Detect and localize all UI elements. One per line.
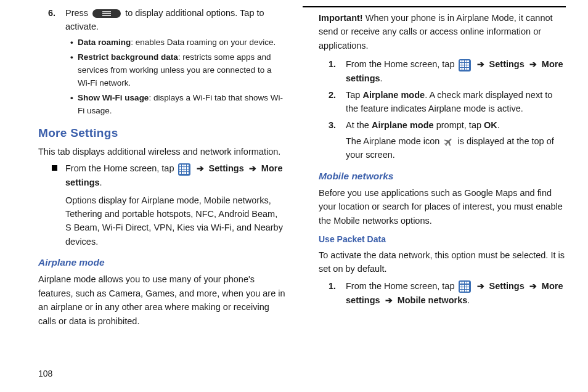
arrow-icon: ➔ <box>385 294 393 308</box>
page-number: 108 <box>22 367 285 381</box>
apps-icon <box>459 280 471 293</box>
text-pre: From the Home screen, tap <box>346 59 457 69</box>
step-number: 1. <box>329 57 336 71</box>
plane-icon-line: The Airplane mode icon is displayed at t… <box>303 134 566 162</box>
at-text: At the <box>346 120 372 130</box>
more-settings-step: From the Home screen, tap ➔ Settings ➔ M… <box>22 161 285 189</box>
step-number: 2. <box>329 88 336 102</box>
apps-icon <box>459 59 471 71</box>
arrow-icon: ➔ <box>477 280 484 293</box>
packet-para: To activate the data network, this optio… <box>303 248 566 276</box>
important-label: Important! <box>319 13 363 23</box>
options-text: Options display for Airplane mode, Mobil… <box>22 194 285 249</box>
important-note: Important! When your phone is in Airplan… <box>303 11 566 52</box>
more-settings-intro: This tab displays additional wireless an… <box>22 145 285 158</box>
step-number: 1. <box>329 279 336 293</box>
menu-icon <box>92 9 121 18</box>
right-step-3: 3. At the Airplane mode prompt, tap OK. <box>303 118 566 132</box>
bullet-bold: Show Wi-Fi usage <box>78 93 149 102</box>
heading-use-packet-data: Use Packet Data <box>303 233 566 247</box>
text-pre: From the Home screen, tap <box>65 163 177 173</box>
heading-airplane-mode: Airplane mode <box>22 255 285 270</box>
packet-step-1: 1. From the Home screen, tap ➔ Settings … <box>303 279 566 307</box>
left-column: 6. Press to display additional options. … <box>22 6 285 381</box>
mobile-para: Before you use applications such as Goog… <box>303 186 566 227</box>
apps-icon <box>178 163 190 176</box>
step-6: 6. Press to display additional options. … <box>22 6 285 34</box>
mobile-networks-label: Mobile networks <box>398 295 468 305</box>
bullet-data-roaming: Data roaming: enables Data roaming on yo… <box>22 36 285 49</box>
end-text: . <box>497 120 500 130</box>
arrow-icon: ➔ <box>477 58 484 71</box>
bullet-bold: Restrict background data <box>78 52 178 62</box>
heading-more-settings: More Settings <box>22 124 285 142</box>
right-column: Important! When your phone is in Airplan… <box>303 6 566 381</box>
heading-mobile-networks: Mobile networks <box>303 169 566 184</box>
arrow-icon: ➔ <box>529 58 537 71</box>
bullet-text: : enables Data roaming on your device. <box>131 38 276 47</box>
arrow-icon: ➔ <box>249 162 256 176</box>
airplane-icon <box>443 137 454 147</box>
settings-label: Settings <box>209 163 244 173</box>
airplane-para: Airplane mode allows you to use many of … <box>22 272 285 328</box>
text-pre: The Airplane mode icon <box>346 136 442 146</box>
text-pre: From the Home screen, tap <box>346 281 457 291</box>
bullet-wifi-usage: Show Wi-Fi usage: displays a Wi-Fi tab t… <box>22 92 285 118</box>
airplane-mode-label: Airplane mode <box>362 90 425 100</box>
settings-label: Settings <box>489 59 525 69</box>
ok-label: OK <box>484 120 497 130</box>
arrow-icon: ➔ <box>529 280 537 293</box>
arrow-icon: ➔ <box>197 162 204 176</box>
airplane-mode-label: Airplane mode <box>372 120 434 130</box>
step-text-before: Press <box>65 8 91 18</box>
bullet-restrict-bg: Restrict background data: restricts some… <box>22 51 285 90</box>
right-step-1: 1. From the Home screen, tap ➔ Settings … <box>303 57 566 85</box>
settings-label: Settings <box>489 281 525 291</box>
right-step-2: 2. Tap Airplane mode. A check mark displ… <box>303 88 566 116</box>
step-number: 6. <box>48 6 55 20</box>
tap-text: Tap <box>346 90 362 100</box>
bullet-bold: Data roaming <box>78 38 131 47</box>
step-number: 3. <box>329 118 336 132</box>
mid-text: prompt, tap <box>436 120 484 130</box>
